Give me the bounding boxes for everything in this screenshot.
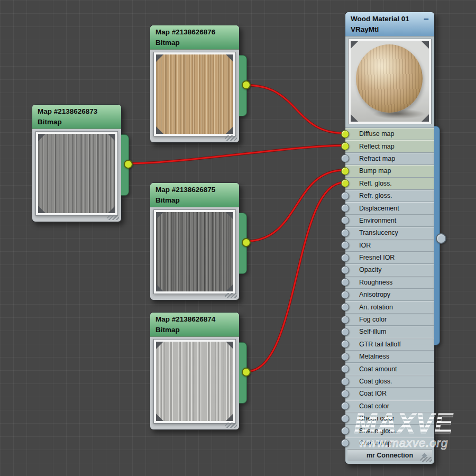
node-header[interactable]: Map #2138626875 Bitmap [150,183,239,207]
slot-socket[interactable] [341,402,349,410]
output-socket[interactable] [242,80,251,89]
resize-grip[interactable] [225,135,237,141]
node-subtitle: VRayMtl [351,24,429,35]
slot-socket[interactable] [341,415,349,423]
slot-socket[interactable] [341,328,349,336]
material-slot-row[interactable]: Coat amount [345,362,434,374]
slot-label: Fog color [359,316,387,323]
material-slot-row[interactable]: Fog color [345,313,434,325]
mr-connection-footer[interactable]: mr Connection [347,449,432,461]
output-socket[interactable] [242,238,251,247]
texture-preview[interactable] [35,131,118,216]
material-slot-row[interactable]: Translucency [345,226,434,239]
texture-preview[interactable] [153,209,236,294]
material-slot-row[interactable]: Metalness [345,350,434,362]
slot-socket[interactable] [341,340,349,348]
slot-socket[interactable] [341,390,349,398]
slot-socket[interactable] [341,303,349,311]
material-slot-row[interactable]: Opacity [345,263,434,276]
node-subtitle: Bitmap [38,117,116,127]
material-slot-row[interactable]: Coat IOR [345,387,434,399]
resize-grip[interactable] [225,293,237,298]
slot-label: Translucency [359,229,398,236]
node-title: Map #2138626874 [155,314,234,325]
material-preview[interactable] [348,39,432,124]
bitmap-node-2138626873[interactable]: Map #2138626873 Bitmap [32,104,122,222]
corner-mark-icon [156,126,163,134]
material-slot-row[interactable]: IOR [345,239,434,251]
corner-mark-icon [422,114,429,122]
connection-wire[interactable] [246,85,344,133]
material-slot-row[interactable]: Coat color [345,400,434,412]
material-slot-row[interactable]: Refr. gloss. [345,189,434,202]
material-slot-row[interactable]: Reflect map [345,140,434,152]
slot-label: Refl. gloss. [359,180,392,187]
material-slot-row[interactable]: Refl. gloss. [345,177,434,189]
slot-label: Metalness [359,353,389,360]
node-subtitle: Bitmap [155,195,234,206]
slot-socket[interactable] [341,130,349,138]
bitmap-node-2138626876[interactable]: Map #2138626876 Bitmap [150,25,240,143]
node-header[interactable]: Map #2138626873 Bitmap [32,105,121,129]
slot-socket[interactable] [341,154,349,162]
slot-label: Anisotropy [359,291,390,298]
minimize-icon[interactable]: − [424,14,429,25]
material-slot-row[interactable]: Displacement [345,202,434,214]
material-slot-row[interactable]: Diffuse map [345,127,434,140]
slot-socket[interactable] [341,365,349,373]
node-header[interactable]: Map #2138626874 Bitmap [150,313,239,337]
slot-socket[interactable] [341,278,349,286]
resize-grip[interactable] [225,423,237,428]
slot-socket[interactable] [341,216,349,224]
corner-mark-icon [156,284,163,291]
node-header[interactable]: Wood Material 01 VRayMtl − [345,12,434,36]
corner-mark-icon [156,54,163,62]
material-slot-row[interactable]: GTR tail falloff [345,338,434,350]
material-slot-row[interactable]: An. rotation [345,300,434,313]
slot-socket[interactable] [341,427,349,435]
slot-label: Coat gloss. [359,378,392,385]
bitmap-node-2138626874[interactable]: Map #2138626874 Bitmap [150,312,240,430]
material-slot-row[interactable]: Coat bump [345,437,434,449]
slot-socket[interactable] [341,179,349,187]
slot-socket[interactable] [341,229,349,237]
resize-grip[interactable] [107,215,119,220]
bitmap-node-2138626875[interactable]: Map #2138626875 Bitmap [150,182,240,300]
material-slot-row[interactable]: Coat gloss. [345,375,434,387]
material-slot-row[interactable]: Refract map [345,152,434,164]
connection-wire[interactable] [246,170,344,241]
slot-socket[interactable] [341,439,349,447]
texture-preview[interactable] [153,339,236,424]
material-slot-row[interactable]: Roughness [345,276,434,288]
slot-socket[interactable] [341,353,349,361]
node-header[interactable]: Map #2138626876 Bitmap [150,25,239,50]
node-editor-canvas[interactable]: Map #2138626876 Bitmap Map #2138626873 B… [0,0,476,476]
texture-preview[interactable] [153,52,236,136]
material-slot-row[interactable]: Bump map [345,164,434,177]
material-output-socket[interactable] [436,233,446,244]
material-slot-row[interactable]: Anisotropy [345,288,434,300]
connection-wire[interactable] [247,182,344,371]
output-socket[interactable] [124,160,133,169]
resize-grip[interactable] [420,457,432,462]
material-slot-row[interactable]: Self-illum [345,325,434,337]
slot-socket[interactable] [341,254,349,262]
slot-socket[interactable] [341,378,349,386]
slot-socket[interactable] [341,142,349,150]
material-slot-row[interactable]: Environment [345,214,434,226]
material-slot-row[interactable]: Sheen color [345,412,434,424]
corner-mark-icon [226,54,233,62]
slot-socket[interactable] [341,167,349,175]
node-title: Map #2138626873 [38,106,116,117]
slot-socket[interactable] [341,192,349,200]
vraymtl-node[interactable]: Wood Material 01 VRayMtl − Diffuse map R… [345,12,435,464]
slot-socket[interactable] [341,204,349,212]
material-slot-row[interactable]: Sheen gloss. [345,424,434,436]
slot-label: IOR [359,242,371,249]
slot-socket[interactable] [341,241,349,249]
output-socket[interactable] [242,368,251,377]
material-slot-row[interactable]: Fresnel IOR [345,251,434,263]
slot-socket[interactable] [341,316,349,324]
slot-socket[interactable] [341,291,349,299]
slot-socket[interactable] [341,266,349,274]
